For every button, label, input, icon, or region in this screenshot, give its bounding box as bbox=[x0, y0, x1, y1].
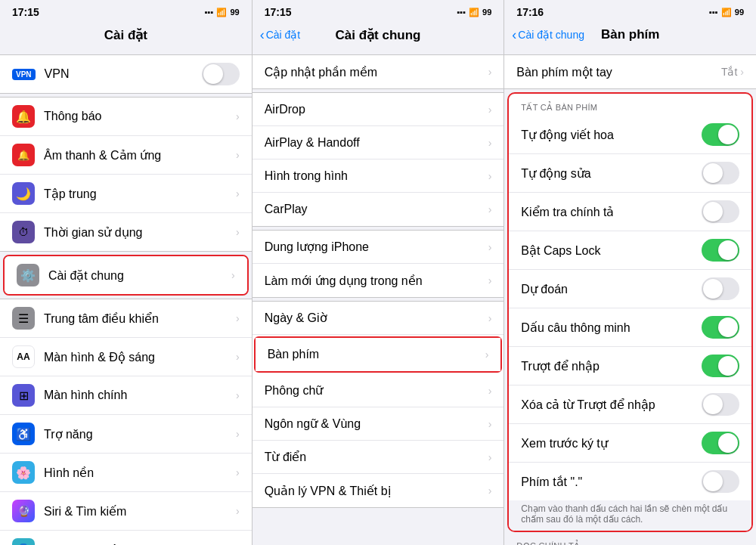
screen2-back-button[interactable]: ‹ Cài đặt bbox=[260, 27, 301, 43]
quan-ly-vpn-item[interactable]: Quản lý VPN & Thiết bị › bbox=[253, 474, 504, 507]
dau-cau-toggle[interactable] bbox=[702, 316, 739, 339]
man-hinh-chinh-label: Màn hình chính bbox=[44, 389, 236, 402]
screen2-list[interactable]: Cập nhật phần mềm › AirDrop › AirPlay & … bbox=[253, 51, 504, 545]
thoi-gian-item[interactable]: ⏱ Thời gian sử dụng › bbox=[0, 213, 252, 251]
ban-phim-label: Bàn phím bbox=[268, 348, 485, 361]
dau-cau-item[interactable]: Dấu câu thông minh bbox=[509, 308, 751, 347]
screen2: 17:15 ▪▪▪ 📶 99 ‹ Cài đặt Cài đặt chung C… bbox=[253, 0, 505, 545]
xem-truoc-toggle[interactable] bbox=[702, 432, 739, 454]
truot-de-nhap-toggle[interactable] bbox=[702, 355, 739, 377]
tu-dien-item[interactable]: Từ điển › bbox=[253, 441, 504, 474]
signal-icon: ▪▪▪ bbox=[205, 8, 214, 17]
tu-dong-viet-hoa-toggle[interactable] bbox=[702, 123, 739, 146]
thong-bao-icon: 🔔 bbox=[12, 105, 35, 128]
du-doan-toggle[interactable] bbox=[702, 277, 739, 300]
bat-caps-lock-toggle[interactable] bbox=[702, 239, 739, 262]
airplay-item[interactable]: AirPlay & Handoff › bbox=[253, 126, 504, 159]
xem-truoc-item[interactable]: Xem trước ký tự bbox=[509, 424, 751, 463]
dung-luong-chevron: › bbox=[488, 241, 492, 253]
ngay-gio-label: Ngày & Giờ bbox=[265, 311, 488, 325]
tro-nang-item[interactable]: ♿ Trợ năng › bbox=[0, 415, 252, 454]
airdrop-item[interactable]: AirDrop › bbox=[253, 93, 504, 126]
face-id-label: Face ID & Mật mã bbox=[44, 543, 236, 546]
airplay-chevron: › bbox=[488, 137, 492, 149]
tu-dong-sua-item[interactable]: Tự động sửa bbox=[509, 154, 751, 193]
wifi-icon: 📶 bbox=[216, 8, 227, 17]
ngon-ngu-chevron: › bbox=[488, 418, 492, 430]
phim-tat-toggle[interactable] bbox=[702, 470, 739, 493]
s3-wifi-icon: 📶 bbox=[721, 8, 732, 17]
airdrop-chevron: › bbox=[488, 104, 492, 116]
screen3-time: 17:16 bbox=[516, 6, 544, 18]
truot-de-nhap-item[interactable]: Trượt để nhập bbox=[509, 347, 751, 386]
tap-trung-item[interactable]: 🌙 Tập trung › bbox=[0, 175, 252, 213]
notifications-group: 🔔 Thông báo › 🔔 Âm thanh & Cảm ứng › 🌙 T… bbox=[0, 97, 252, 252]
ban-phim-mot-tay-item[interactable]: Bàn phím một tay Tắt › bbox=[504, 55, 756, 88]
dung-luong-item[interactable]: Dung lượng iPhone › bbox=[253, 231, 504, 264]
quan-ly-vpn-label: Quản lý VPN & Thiết bị bbox=[265, 484, 488, 498]
bat-caps-lock-item[interactable]: Bật Caps Lock bbox=[509, 231, 751, 270]
face-id-item[interactable]: 👤 Face ID & Mật mã › bbox=[0, 531, 252, 545]
screen2-status-bar: 17:15 ▪▪▪ 📶 99 bbox=[253, 0, 504, 21]
screen3-back-button[interactable]: ‹ Cài đặt chung bbox=[512, 27, 584, 43]
tro-nang-icon: ♿ bbox=[12, 423, 35, 445]
ban-phim-item[interactable]: Bàn phím › bbox=[256, 338, 501, 371]
airplay-label: AirPlay & Handoff bbox=[265, 136, 488, 150]
phong-chu-label: Phông chữ bbox=[265, 383, 488, 398]
cai-dat-chung-group: ⚙️ Cài đặt chung › bbox=[3, 255, 249, 296]
vpn-toggle[interactable] bbox=[202, 63, 240, 85]
screen3-list[interactable]: Bàn phím một tay Tắt › TẤT CẢ BÀN PHÍM T… bbox=[504, 51, 756, 545]
hinh-nen-icon: 🌸 bbox=[12, 461, 35, 484]
am-thanh-item[interactable]: 🔔 Âm thanh & Cảm ứng › bbox=[0, 136, 252, 175]
screen1-status-bar: 17:15 ▪▪▪ 📶 99 bbox=[0, 0, 252, 21]
thong-bao-item[interactable]: 🔔 Thông báo › bbox=[0, 98, 252, 136]
am-thanh-label: Âm thanh & Cảm ứng bbox=[44, 148, 236, 163]
tap-trung-label: Tập trung bbox=[44, 187, 236, 201]
screen3: 17:16 ▪▪▪ 📶 99 ‹ Cài đặt chung Bàn phím … bbox=[504, 0, 756, 545]
screen3-back-chevron: ‹ bbox=[512, 27, 516, 43]
tu-dong-sua-toggle[interactable] bbox=[702, 162, 739, 184]
ban-phim-mot-tay-label: Bàn phím một tay bbox=[516, 65, 721, 79]
du-doan-item[interactable]: Dự đoán bbox=[509, 270, 751, 308]
screen3-status-icons: ▪▪▪ 📶 99 bbox=[709, 8, 744, 17]
vpn-item[interactable]: VPN VPN bbox=[0, 55, 252, 93]
xoa-ca-tu-label: Xóa cả từ Trượt để nhập bbox=[521, 398, 702, 412]
cai-dat-chung-label: Cài đặt chung bbox=[48, 268, 231, 283]
s2-wifi-icon: 📶 bbox=[469, 8, 479, 17]
lam-moi-label: Làm mới ứng dụng trong nền bbox=[265, 274, 488, 288]
kiem-tra-toggle[interactable] bbox=[702, 200, 739, 223]
ngon-ngu-item[interactable]: Ngôn ngữ & Vùng › bbox=[253, 407, 504, 441]
hinh-nen-item[interactable]: 🌸 Hình nền › bbox=[0, 454, 252, 492]
dung-luong-label: Dung lượng iPhone bbox=[265, 240, 488, 254]
s3-battery-icon: 99 bbox=[735, 8, 744, 17]
ngon-ngu-label: Ngôn ngữ & Vùng bbox=[265, 416, 488, 431]
carplay-chevron: › bbox=[488, 203, 492, 215]
phim-tat-item[interactable]: Phím tắt "." bbox=[509, 463, 751, 500]
hinh-trong-hinh-item[interactable]: Hình trong hình › bbox=[253, 159, 504, 193]
siri-item[interactable]: 🔮 Siri & Tìm kiếm › bbox=[0, 492, 252, 531]
quan-ly-vpn-chevron: › bbox=[488, 485, 492, 497]
xoa-ca-tu-item[interactable]: Xóa cả từ Trượt để nhập bbox=[509, 386, 751, 424]
screen3-title: Bàn phím bbox=[601, 27, 659, 42]
ban-phim-mot-tay-group: Bàn phím một tay Tắt › bbox=[504, 54, 756, 89]
screen3-status-bar: 17:16 ▪▪▪ 📶 99 bbox=[504, 0, 756, 21]
tu-dong-viet-hoa-item[interactable]: Tự động viết hoa bbox=[509, 116, 751, 154]
trung-tam-item[interactable]: ☰ Trung tâm điều khiển › bbox=[0, 299, 252, 338]
phong-chu-item[interactable]: Phông chữ › bbox=[253, 374, 504, 407]
man-hinh-do-sang-item[interactable]: AA Màn hình & Độ sáng › bbox=[0, 338, 252, 376]
dau-cau-label: Dấu câu thông minh bbox=[521, 320, 702, 335]
cai-dat-chung-item[interactable]: ⚙️ Cài đặt chung › bbox=[5, 256, 247, 294]
man-hinh-chinh-item[interactable]: ⊞ Màn hình chính › bbox=[0, 376, 252, 415]
carplay-item[interactable]: CarPlay › bbox=[253, 193, 504, 226]
screen1-list[interactable]: VPN VPN 🔔 Thông báo › 🔔 Âm thanh & Cảm ứ… bbox=[0, 51, 252, 545]
kiem-tra-item[interactable]: Kiểm tra chính tả bbox=[509, 193, 751, 231]
tu-dong-sua-toggle-thumb bbox=[703, 163, 723, 183]
ngay-gio-item[interactable]: Ngày & Giờ › bbox=[253, 302, 504, 335]
ngay-gio-chevron: › bbox=[488, 312, 492, 324]
xoa-ca-tu-toggle[interactable] bbox=[702, 393, 739, 416]
lam-moi-item[interactable]: Làm mới ứng dụng trong nền › bbox=[253, 264, 504, 297]
thong-bao-label: Thông báo bbox=[44, 110, 236, 123]
cap-nhat-item[interactable]: Cập nhật phần mềm › bbox=[253, 55, 504, 88]
air-group: AirDrop › AirPlay & Handoff › Hình trong… bbox=[253, 92, 504, 227]
storage-group: Dung lượng iPhone › Làm mới ứng dụng tro… bbox=[253, 230, 504, 298]
